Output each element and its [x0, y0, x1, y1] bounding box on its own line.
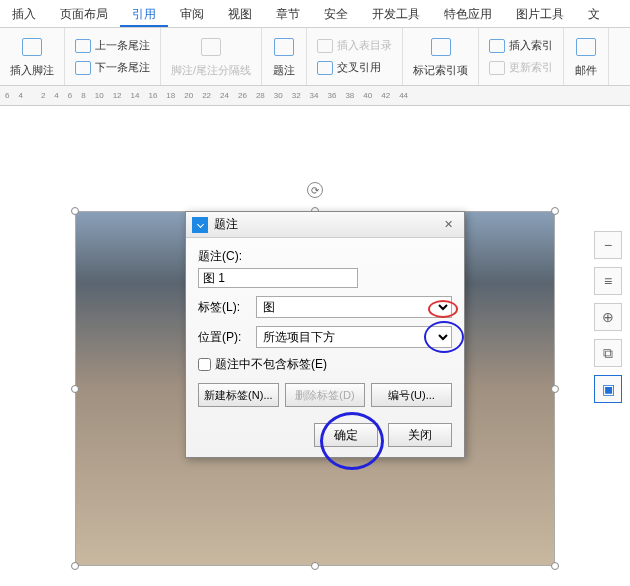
tab-view[interactable]: 视图	[216, 0, 264, 27]
layout-button[interactable]: ≡	[594, 267, 622, 295]
reset-button[interactable]: ▣	[594, 375, 622, 403]
tab-references[interactable]: 引用	[120, 0, 168, 27]
label-select[interactable]: 图	[256, 296, 452, 318]
mark-index-button[interactable]: 标记索引项	[411, 32, 470, 81]
tab-text[interactable]: 文	[576, 0, 612, 27]
insert-tof-button: 插入表目录	[315, 36, 394, 56]
resize-handle-bm[interactable]	[311, 562, 319, 570]
dialog-titlebar[interactable]: 题注 ✕	[186, 212, 464, 238]
mail-button[interactable]: 邮件	[572, 32, 600, 81]
insert-footnote-button[interactable]: 插入脚注	[8, 32, 56, 81]
ruler: 6424681012141618202224262830323436384042…	[0, 86, 630, 106]
position-field-label: 位置(P):	[198, 329, 250, 346]
cross-reference-button[interactable]: 交叉引用	[315, 58, 394, 78]
resize-handle-bl[interactable]	[71, 562, 79, 570]
prev-endnote-button[interactable]: 上一条尾注	[73, 36, 152, 56]
prev-endnote-icon	[75, 38, 91, 54]
mail-icon	[574, 35, 598, 59]
next-endnote-button[interactable]: 下一条尾注	[73, 58, 152, 78]
insert-index-button[interactable]: 插入索引	[487, 36, 555, 56]
ok-button[interactable]: 确定	[314, 423, 378, 447]
tab-security[interactable]: 安全	[312, 0, 360, 27]
caption-icon	[272, 35, 296, 59]
footnote-separator-button: 脚注/尾注分隔线	[169, 32, 253, 81]
tab-insert[interactable]: 插入	[0, 0, 48, 27]
ribbon: 插入脚注 上一条尾注 下一条尾注 脚注/尾注分隔线 题注 插入表目录 交叉引	[0, 28, 630, 86]
label-field-label: 标签(L):	[198, 299, 250, 316]
resize-handle-mr[interactable]	[551, 385, 559, 393]
close-button[interactable]: 关闭	[388, 423, 452, 447]
zoom-in-button[interactable]: ⊕	[594, 303, 622, 331]
new-label-button[interactable]: 新建标签(N)...	[198, 383, 279, 407]
separator-icon	[199, 35, 223, 59]
index-icon	[429, 35, 453, 59]
crop-button[interactable]: ⧉	[594, 339, 622, 367]
position-select[interactable]: 所选项目下方	[256, 326, 452, 348]
resize-handle-tl[interactable]	[71, 207, 79, 215]
insert-index-icon	[489, 38, 505, 54]
tof-icon	[317, 38, 333, 54]
footnote-icon	[20, 35, 44, 59]
dialog-close-button[interactable]: ✕	[438, 218, 458, 231]
tab-devtools[interactable]: 开发工具	[360, 0, 432, 27]
ribbon-tabs: 插入 页面布局 引用 审阅 视图 章节 安全 开发工具 特色应用 图片工具 文	[0, 0, 630, 28]
caption-input[interactable]	[198, 268, 358, 288]
dialog-title: 题注	[214, 216, 238, 233]
numbering-button[interactable]: 编号(U)...	[371, 383, 452, 407]
exclude-label-checkbox-input[interactable]	[198, 358, 211, 371]
resize-handle-tr[interactable]	[551, 207, 559, 215]
caption-field-label: 题注(C):	[198, 248, 242, 265]
side-toolbar: − ≡ ⊕ ⧉ ▣	[594, 231, 622, 403]
tab-page-layout[interactable]: 页面布局	[48, 0, 120, 27]
zoom-out-button[interactable]: −	[594, 231, 622, 259]
resize-handle-ml[interactable]	[71, 385, 79, 393]
insert-footnote-label: 插入脚注	[10, 63, 54, 78]
caption-dialog: 题注 ✕ 题注(C): 标签(L): 图 位置(P): 所选项目下方	[185, 211, 465, 458]
dialog-app-icon	[192, 217, 208, 233]
exclude-label-checkbox[interactable]: 题注中不包含标签(E)	[198, 356, 452, 373]
crossref-icon	[317, 60, 333, 76]
tab-chapter[interactable]: 章节	[264, 0, 312, 27]
delete-label-button: 删除标签(D)	[285, 383, 366, 407]
update-index-button: 更新索引	[487, 58, 555, 78]
resize-handle-br[interactable]	[551, 562, 559, 570]
tab-special[interactable]: 特色应用	[432, 0, 504, 27]
tab-picture-tools[interactable]: 图片工具	[504, 0, 576, 27]
next-endnote-icon	[75, 60, 91, 76]
document-canvas: ⟳ − ≡ ⊕ ⧉ ▣ 题注 ✕ 题注(C): 标签(L):	[0, 106, 630, 584]
update-index-icon	[489, 60, 505, 76]
rotate-handle-icon[interactable]: ⟳	[307, 182, 323, 198]
tab-review[interactable]: 审阅	[168, 0, 216, 27]
caption-button[interactable]: 题注	[270, 32, 298, 81]
